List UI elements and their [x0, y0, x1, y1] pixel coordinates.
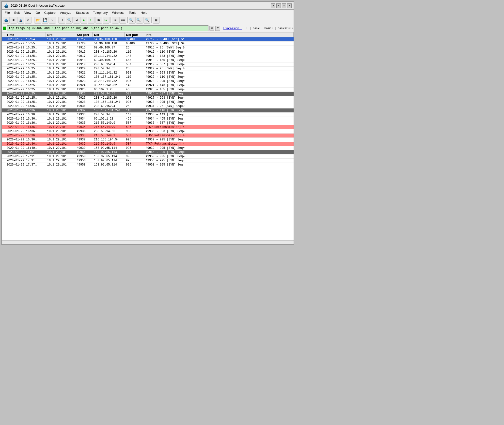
toolbar-zoomout-btn[interactable]: 🔍-: [136, 17, 143, 24]
table-row[interactable]: 2020-01-29 16:40…10.1.29.10149939153.92.…: [2, 146, 294, 150]
title-btn-close[interactable]: ✕: [287, 3, 292, 8]
toolbar-search-btn[interactable]: 🔍: [66, 17, 73, 24]
toolbar-zoomin-btn[interactable]: 🔍+: [129, 17, 136, 24]
menu-go[interactable]: Go: [33, 10, 42, 15]
toolbar-stop-btn[interactable]: ■: [10, 17, 17, 24]
menu-wireless[interactable]: Wireless: [110, 10, 126, 15]
table-row[interactable]: 2020-01-29 16:51…10.1.29.10149946153.92.…: [2, 150, 294, 154]
table-row[interactable]: 2020-01-29 16:36…10.1.29.10149935216.55.…: [2, 134, 294, 138]
filter-label-basicplus[interactable]: basic+: [264, 27, 273, 30]
toolbar-shark-btn[interactable]: [3, 17, 10, 24]
table-row[interactable]: 2020-01-29 16:36…10.1.29.10149932108.167…: [2, 108, 294, 113]
table-row[interactable]: 2020-01-29 16:25…10.1.29.10149922108.167…: [2, 75, 294, 79]
toolbar-save-btn[interactable]: 💾: [42, 17, 48, 24]
menu-analyze[interactable]: Analyze: [58, 10, 73, 15]
col-header-src[interactable]: Src: [46, 32, 75, 37]
table-row[interactable]: 2020-01-29 16:36…10.1.29.10149935216.55.…: [2, 142, 294, 146]
table-row[interactable]: 2020-01-29 16:25…10.1.29.1014991738.111.…: [2, 54, 294, 58]
col-header-fold[interactable]: [2, 32, 5, 37]
table-row[interactable]: 2020-01-29 16:25…10.1.29.10149928108.167…: [2, 100, 294, 104]
title-btn-maximize[interactable]: □: [282, 3, 286, 8]
cell-time: 2020-01-29 16:36…: [5, 125, 46, 129]
table-row[interactable]: 2020-01-29 16:25…10.1.29.10149920208.50.…: [2, 67, 294, 71]
toolbar-restart-btn[interactable]: [17, 17, 24, 24]
cell-fold: [2, 96, 5, 100]
col-header-time[interactable]: Time: [5, 32, 46, 37]
col-header-srcport[interactable]: Src port: [75, 32, 93, 37]
cell-info: 49923 → 995 [SYN] Seq=: [144, 79, 294, 83]
table-row[interactable]: 2020-01-29 17:37…10.1.29.10149958153.92.…: [2, 163, 294, 167]
filter-plus-btn[interactable]: +: [245, 26, 249, 30]
table-row[interactable]: 2020-01-29 16:36…10.1.29.1014993466.102.…: [2, 117, 294, 121]
filter-expression-btn[interactable]: Expression...: [221, 26, 244, 30]
cell-info: 49935 → 587 [SYN] Seq=: [144, 121, 294, 125]
cell-time: 2020-01-29 16:40…: [5, 146, 46, 150]
toolbar-zoom100-btn[interactable]: 🔍: [143, 17, 150, 24]
table-row[interactable]: 2020-01-29 17:31…10.1.29.10149956153.92.…: [2, 159, 294, 163]
toolbar-reload-btn[interactable]: ↺: [58, 17, 65, 24]
table-row[interactable]: 2020-01-29 16:25…10.1.29.10149919208.68.…: [2, 62, 294, 67]
packet-list[interactable]: Time Src Src port Dst Dst port Info ─202…: [2, 32, 294, 240]
filter-input[interactable]: [7, 25, 208, 31]
table-row[interactable]: 2020-01-29 15:55…10.1.29.1014972054.36.1…: [2, 42, 294, 46]
menu-view[interactable]: View: [22, 10, 33, 15]
toolbar-graph-btn[interactable]: ▦: [153, 17, 160, 24]
filter-label-basicdns[interactable]: basic+DNS: [278, 27, 293, 30]
toolbar-first-btn[interactable]: ⏮: [95, 17, 102, 24]
toolbar-last-btn[interactable]: ⏭: [103, 17, 110, 24]
cell-dstport: 65400: [125, 42, 144, 46]
toolbar-prev-btn[interactable]: ◀: [73, 17, 80, 24]
table-row[interactable]: 2020-01-29 16:25…10.1.29.10149916208.47.…: [2, 50, 294, 54]
menu-edit[interactable]: Edit: [12, 10, 22, 15]
cell-srcport: 49936: [75, 129, 93, 134]
table-row[interactable]: 2020-01-29 16:36…10.1.29.10149933208.50.…: [2, 113, 294, 117]
table-row[interactable]: 2020-01-29 16:25…10.1.29.1014991869.49.1…: [2, 58, 294, 62]
col-header-info[interactable]: Info: [144, 32, 294, 37]
cell-time: 2020-01-29 16:36…: [5, 138, 46, 142]
table-row[interactable]: 2020-01-29 16:25…10.1.29.1014992566.102.…: [2, 88, 294, 92]
col-header-dstport[interactable]: Dst port: [125, 32, 144, 37]
toolbar-options-btn[interactable]: ⚙: [25, 17, 32, 24]
filter-bar: ✕ ▼ Expression... + | basic | basic+ | b…: [2, 24, 294, 32]
toolbar-close-btn[interactable]: ✕: [49, 17, 56, 24]
table-row[interactable]: 2020-01-29 16:36…10.1.29.10149935216.55.…: [2, 121, 294, 125]
menu-file[interactable]: File: [3, 10, 12, 15]
table-row[interactable]: 2020-01-29 16:25…10.1.29.1014992338.111.…: [2, 79, 294, 83]
title-btn-up[interactable]: ▲: [271, 3, 275, 8]
table-row[interactable]: 2020-01-29 16:36…10.1.29.10149931208.68.…: [2, 104, 294, 108]
table-row[interactable]: 2020-01-29 16:36…10.1.29.10149936208.50.…: [2, 129, 294, 134]
cell-time: 2020-01-29 16:25…: [5, 58, 46, 62]
table-row[interactable]: 2020-01-29 16:36…10.1.29.10149937216.155…: [2, 138, 294, 142]
menu-help[interactable]: Help: [139, 10, 149, 15]
filter-label-basic[interactable]: basic: [253, 27, 260, 30]
cell-srcport: 49956: [75, 159, 93, 163]
cell-time: 2020-01-29 15:55…: [5, 42, 46, 46]
filter-dropdown-btn[interactable]: ▼: [215, 26, 220, 31]
table-row[interactable]: 2020-01-29 16:25…10.1.29.10149927208.47.…: [2, 96, 294, 100]
filter-clear-btn[interactable]: ✕: [209, 26, 214, 31]
title-btn-minimize[interactable]: —: [276, 3, 281, 8]
menu-telephony[interactable]: Telephony: [91, 10, 110, 15]
table-row[interactable]: 2020-01-29 17:11…10.1.29.10149950153.92.…: [2, 154, 294, 159]
toolbar-next-btn[interactable]: ▶: [80, 17, 87, 24]
table-row[interactable]: ─2020-01-29 15:54…10.1.29.1014971254.36.…: [2, 37, 294, 42]
cell-src: 10.1.29.101: [46, 83, 75, 88]
col-header-dst[interactable]: Dst: [93, 32, 125, 37]
toolbar-refresh-btn[interactable]: ↻: [88, 17, 95, 24]
cell-dst: 38.111.141.32: [93, 83, 125, 88]
toolbar-open-btn[interactable]: 📂: [34, 17, 41, 24]
toolbar-colorrules-btn[interactable]: ≡≡: [119, 17, 126, 24]
cell-srcport: 49939: [75, 146, 93, 150]
filter-indicator: [3, 27, 6, 30]
menu-statistics[interactable]: Statistics: [74, 10, 91, 15]
cell-time: 2020-01-29 16:25…: [5, 54, 46, 58]
table-row[interactable]: 2020-01-29 16:25…10.1.29.10149926208.50.…: [2, 92, 294, 96]
table-row[interactable]: 2020-01-29 16:36…10.1.29.10149935216.55.…: [2, 125, 294, 129]
menu-tools[interactable]: Tools: [127, 10, 138, 15]
toolbar-colorize-btn[interactable]: ≡: [112, 17, 119, 24]
table-row[interactable]: 2020-01-29 16:25…10.1.29.1014992138.111.…: [2, 71, 294, 75]
table-row[interactable]: 2020-01-29 16:25…10.1.29.1014991569.49.1…: [2, 46, 294, 50]
menu-capture[interactable]: Capture: [42, 10, 58, 15]
cell-dst: 153.92.65.114: [93, 150, 125, 154]
table-row[interactable]: 2020-01-29 16:25…10.1.29.1014992438.111.…: [2, 83, 294, 88]
